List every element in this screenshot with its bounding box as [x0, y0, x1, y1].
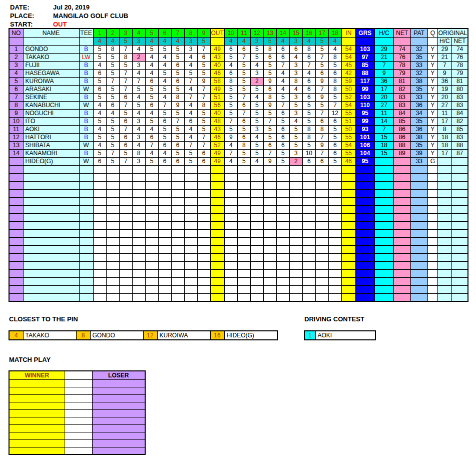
score-hole-14: 5	[276, 93, 289, 101]
score-hole-9: 7	[197, 93, 210, 101]
score-pat: 39	[410, 149, 427, 157]
empty-hole	[132, 205, 145, 213]
score-hole-4: 4	[132, 69, 145, 77]
empty-net	[393, 237, 410, 245]
empty-hole	[106, 293, 119, 301]
empty-hole	[158, 221, 171, 229]
player-name: KUROIWA	[23, 77, 79, 85]
score-in-total: 54	[341, 45, 355, 53]
score-original-net: 85	[451, 125, 468, 133]
empty-grs	[355, 277, 374, 285]
empty-row	[9, 205, 468, 213]
score-original-net: 79	[451, 69, 468, 77]
empty-hole	[171, 197, 184, 205]
empty-out	[210, 213, 224, 221]
col-header-hole-7: 7	[171, 29, 184, 37]
empty-hole	[328, 189, 341, 197]
score-hole-12: 4	[250, 133, 263, 141]
score-hole-8: 5	[184, 157, 197, 165]
score-hole-18: 6	[328, 149, 341, 157]
empty-hole	[237, 229, 250, 237]
score-q: Y	[427, 149, 437, 157]
score-hole-14: 5	[276, 149, 289, 157]
match-vs-cell	[65, 409, 92, 417]
empty-q	[427, 173, 437, 181]
empty-hole	[184, 245, 197, 253]
empty-row	[9, 293, 468, 301]
score-hole-6: 5	[158, 125, 171, 133]
empty-hole	[158, 277, 171, 285]
col-header-hole-6: 6	[158, 29, 171, 37]
score-hole-18: 8	[328, 85, 341, 93]
score-hole-15: 3	[289, 61, 302, 69]
score-hole-15: 4	[289, 53, 302, 61]
score-hole-18: 5	[328, 125, 341, 133]
player-name: ARASAKI	[23, 85, 79, 93]
empty-row	[9, 245, 468, 253]
score-hole-18: 6	[328, 141, 341, 149]
empty-hole	[132, 197, 145, 205]
empty-hole	[132, 253, 145, 261]
match-winner-cell	[9, 417, 65, 424]
empty-tee	[79, 173, 93, 181]
empty-hole	[132, 261, 145, 269]
start-value: OUT	[53, 21, 67, 28]
score-hole-5: 6	[145, 133, 158, 141]
player-no: 8	[9, 101, 23, 109]
score-pat: 36	[410, 125, 427, 133]
empty-hole	[250, 165, 263, 173]
empty-hole	[106, 269, 119, 277]
score-hole-17: 5	[315, 101, 328, 109]
empty-hole	[184, 213, 197, 221]
empty-hole	[93, 237, 106, 245]
score-hole-9: 6	[197, 53, 210, 61]
empty-name	[23, 269, 79, 277]
score-q: Y	[427, 109, 437, 117]
score-hole-1: 5	[93, 53, 106, 61]
empty-hole	[315, 277, 328, 285]
empty-in	[341, 221, 355, 229]
empty-hole	[224, 189, 237, 197]
empty-hole	[289, 173, 302, 181]
empty-in	[341, 205, 355, 213]
pin-winner-name: TAKAKO	[23, 331, 76, 340]
par-hole-18: 4	[328, 37, 341, 45]
empty-hole	[250, 285, 263, 293]
score-handicap: 9	[374, 69, 393, 77]
empty-hole	[145, 293, 158, 301]
empty-no	[9, 189, 23, 197]
score-hole-8: 4	[184, 101, 197, 109]
empty-row	[9, 165, 468, 173]
col-header-out: OUT	[210, 29, 224, 37]
score-gross: 88	[355, 69, 374, 77]
score-hole-4: 3	[132, 61, 145, 69]
score-hole-11: 5	[237, 125, 250, 133]
score-original-net: 87	[451, 149, 468, 157]
empty-hole	[132, 181, 145, 189]
score-hole-3: 7	[119, 157, 132, 165]
empty-tee	[79, 213, 93, 221]
empty-hole	[158, 253, 171, 261]
empty-net	[393, 173, 410, 181]
empty-original-hc	[437, 181, 451, 189]
col-header-net: NET	[393, 29, 410, 37]
score-hole-2: 5	[106, 93, 119, 101]
score-pat: 33	[410, 157, 427, 165]
empty-in	[341, 165, 355, 173]
empty-q	[427, 285, 437, 293]
empty-out	[210, 229, 224, 237]
empty-name	[23, 173, 79, 181]
empty-in	[341, 237, 355, 245]
empty-hole	[250, 197, 263, 205]
score-hole-7: 6	[171, 77, 184, 85]
empty-hole	[250, 261, 263, 269]
empty-hole	[263, 285, 276, 293]
match-row	[9, 387, 145, 394]
empty-hole	[171, 205, 184, 213]
col-header-hole-11: 11	[237, 29, 250, 37]
par-hole-3: 5	[119, 37, 132, 45]
score-pat: 34	[410, 109, 427, 117]
empty-name	[23, 205, 79, 213]
match-row	[9, 417, 145, 424]
empty-hole	[237, 197, 250, 205]
